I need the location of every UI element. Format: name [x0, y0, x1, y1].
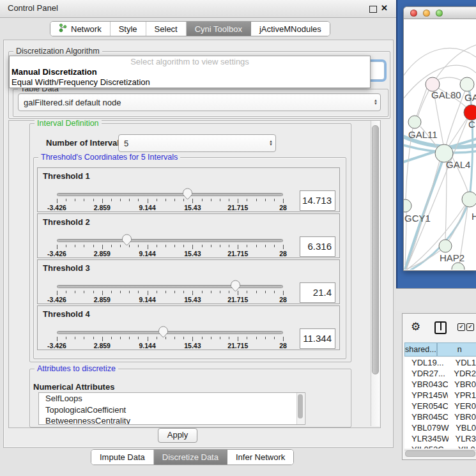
tab-infer-network[interactable]: Infer Network [227, 450, 293, 464]
threshold-slider[interactable]: -3.4262.8599.14415.4321.71528 [57, 232, 283, 257]
close-traffic-light[interactable] [410, 10, 417, 17]
network-node[interactable] [464, 105, 476, 120]
table-cell: YLR345W [404, 433, 449, 444]
network-window: GAL80GACGAL11GAL4GCY1HHAP2 [403, 6, 476, 271]
attribute-item[interactable]: SelfLoops [39, 393, 305, 404]
algorithm-option-equal-width[interactable]: Equal Width/Frequency Discretization [10, 77, 370, 87]
column-header-name[interactable]: n [437, 342, 476, 357]
zoom-traffic-light[interactable] [436, 10, 443, 17]
slider-thumb[interactable] [182, 188, 193, 200]
table-horizontal-scrollbar-thumb[interactable] [405, 450, 475, 457]
network-node[interactable] [452, 263, 464, 270]
algorithm-option-manual[interactable]: Manual Discretization [10, 66, 370, 77]
number-of-intervals-combobox[interactable]: 5 ▲▼ [118, 134, 276, 152]
threshold-slider[interactable]: -3.4262.8599.14415.4321.71528 [57, 324, 283, 349]
tab-infer-network-label: Infer Network [236, 452, 285, 462]
table-data-combobox[interactable]: galFiltered.sif default node ▲▼ [18, 93, 381, 111]
tab-impute-data-label: Impute Data [100, 452, 145, 462]
threshold-value-box[interactable]: 11.344 [300, 328, 335, 349]
network-node-label: C [468, 119, 475, 130]
algorithm-dropdown-popup: Select algorithm to view settings Manual… [9, 56, 371, 88]
slider-track[interactable] [57, 193, 283, 196]
tab-network[interactable]: Network [50, 22, 111, 36]
numerical-attributes-list[interactable]: SelfLoopsTopologicalCoefficientBetweenne… [38, 392, 305, 425]
restore-icon[interactable] [369, 6, 377, 13]
threshold-label: Threshold 1 [43, 171, 90, 181]
threshold-slider[interactable]: -3.4262.8599.14415.4321.71528 [57, 278, 283, 303]
stepper-arrows-icon[interactable]: ▲▼ [266, 140, 275, 146]
gear-icon[interactable]: ⚙ [411, 320, 420, 334]
table-cell: YBL0 [449, 422, 476, 433]
thresholds-group-label: Threshold's Coordinates for 5 Intervals [38, 153, 180, 162]
threshold-value-box[interactable]: 21.4 [300, 282, 335, 303]
column-header-shared-name[interactable]: shared... [404, 342, 437, 357]
slider-track[interactable] [57, 239, 283, 242]
table-row[interactable]: YDL19...YDL1 [404, 357, 476, 368]
tab-style[interactable]: Style [111, 22, 146, 36]
slider-ticks [57, 245, 283, 250]
table-row[interactable]: YIL052CYIL0 [404, 444, 476, 449]
tab-jactivemnodules[interactable]: jActiveMNodules [251, 22, 330, 36]
attribute-item[interactable]: BetweennessCentrality [39, 415, 305, 425]
slider-track[interactable] [57, 331, 283, 334]
network-node-label: H [472, 211, 476, 222]
tab-select-label: Select [155, 24, 178, 34]
threshold-label: Threshold 3 [43, 263, 90, 273]
slider-thumb[interactable] [230, 280, 241, 292]
slider-thumb[interactable] [158, 326, 169, 338]
network-node[interactable] [460, 77, 474, 91]
tab-discretize-data[interactable]: Discretize Data [154, 450, 227, 464]
numerical-attributes-label: Numerical Attributes [33, 382, 114, 392]
network-node-label: HAP2 [440, 252, 464, 263]
table-row[interactable]: YBR043CYBR0 [404, 379, 476, 390]
slider-thumb[interactable] [121, 234, 132, 246]
network-window-titlebar[interactable] [404, 7, 476, 19]
attribute-item[interactable]: TopologicalCoefficient [39, 404, 305, 416]
tab-jactivemnodules-label: jActiveMNodules [259, 24, 321, 34]
bottom-tab-bar: Impute Data Discretize Data Infer Networ… [91, 449, 294, 465]
network-node[interactable] [462, 192, 476, 207]
stepper-arrows-icon[interactable]: ▲▼ [371, 99, 380, 105]
slider-tick-labels: -3.4262.8599.14415.4321.71528 [57, 342, 283, 349]
network-node[interactable] [404, 199, 411, 212]
threshold-value-box[interactable]: 14.713 [300, 190, 335, 211]
checkbox-checked-icon[interactable]: ✓ [457, 323, 465, 331]
checkbox-checked-icon[interactable]: ✓ [466, 323, 474, 331]
close-icon[interactable]: ✕ [381, 3, 388, 13]
network-canvas[interactable]: GAL80GACGAL11GAL4GCY1HHAP2 [404, 19, 476, 270]
slider-tick-labels: -3.4262.8599.14415.4321.71528 [57, 296, 283, 303]
table-row[interactable]: YLR345WYLR3 [404, 433, 476, 444]
network-node[interactable] [408, 116, 421, 128]
table-row[interactable]: YER054CYER0 [404, 401, 476, 411]
tab-select[interactable]: Select [146, 22, 187, 36]
split-columns-icon[interactable] [434, 321, 447, 334]
minimize-traffic-light[interactable] [423, 10, 430, 17]
threshold-label: Threshold 2 [43, 217, 90, 227]
attributes-group-label: Attributes to discretize [35, 364, 118, 373]
table-rows: YDL19...YDL1YDR27...YDR2YBR043CYBR0YPR14… [404, 357, 476, 449]
table-row[interactable]: YPR145WYPR1 [404, 390, 476, 401]
slider-ticks [57, 291, 283, 296]
attributes-list-scrollbar-thumb[interactable] [298, 394, 303, 418]
threshold-slider[interactable]: -3.4262.8599.14415.4321.71528 [57, 186, 283, 211]
table-row[interactable]: YBR045CYBR0 [404, 411, 476, 422]
tab-cyni-toolbox[interactable]: Cyni Toolbox [187, 22, 251, 36]
table-header-row: shared... n [404, 342, 476, 357]
apply-button[interactable]: Apply [158, 428, 197, 443]
table-row[interactable]: YDR27...YDR2 [404, 368, 476, 379]
thresholds-list: Threshold 1 -3.4262.8599.14415.4321.7152… [37, 167, 340, 351]
network-node-label: GAL11 [408, 129, 438, 140]
network-node[interactable] [439, 240, 452, 252]
network-node-label: GA [464, 92, 476, 103]
slider-track[interactable] [57, 285, 283, 288]
threshold-row: Threshold 4 -3.4262.8599.14415.4321.7152… [37, 305, 340, 350]
table-row[interactable]: YBL079WYBL0 [404, 422, 476, 433]
slider-tick-labels: -3.4262.8599.14415.4321.71528 [57, 204, 283, 211]
table-cell: YLR3 [449, 433, 476, 444]
settings-scrollbar-thumb[interactable] [372, 125, 379, 374]
tab-impute-data[interactable]: Impute Data [91, 450, 154, 464]
threshold-value-box[interactable]: 6.316 [300, 236, 335, 257]
algorithm-placeholder-item: Select algorithm to view settings [10, 56, 370, 66]
slider-ticks [57, 337, 283, 342]
tab-network-label: Network [71, 24, 102, 34]
